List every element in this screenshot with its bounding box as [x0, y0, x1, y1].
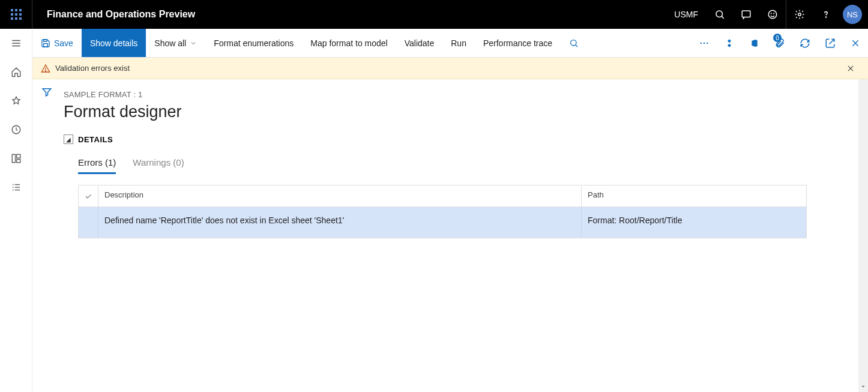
close-icon[interactable]: [843, 29, 868, 57]
hamburger-icon[interactable]: [0, 29, 32, 58]
page-title: Format designer: [64, 103, 856, 121]
recent-icon[interactable]: [0, 115, 32, 144]
grid-row[interactable]: Defined name 'ReportTitle' does not exis…: [79, 207, 806, 238]
row-checkbox[interactable]: [79, 207, 98, 238]
details-label: DETAILS: [78, 135, 113, 144]
company-code[interactable]: USMF: [666, 10, 707, 19]
svg-rect-0: [11, 9, 13, 11]
select-all-checkbox[interactable]: [79, 185, 98, 207]
refresh-icon[interactable]: [792, 29, 818, 57]
validate-button[interactable]: Validate: [396, 29, 443, 57]
column-header-description[interactable]: Description: [98, 185, 582, 207]
svg-rect-1: [15, 9, 17, 11]
save-button[interactable]: Save: [32, 29, 82, 57]
modules-icon[interactable]: [0, 173, 32, 202]
svg-rect-11: [742, 11, 750, 17]
svg-rect-5: [19, 13, 22, 16]
run-button[interactable]: Run: [442, 29, 475, 57]
column-header-path[interactable]: Path: [582, 185, 806, 207]
svg-rect-23: [16, 160, 20, 163]
svg-point-32: [571, 40, 576, 45]
svg-point-40: [45, 70, 46, 71]
svg-point-13: [771, 13, 771, 14]
favorites-icon[interactable]: [0, 86, 32, 115]
attachments-icon[interactable]: 0: [767, 29, 792, 57]
svg-rect-3: [11, 13, 13, 16]
svg-rect-31: [44, 43, 48, 46]
cell-description: Defined name 'ReportTitle' does not exis…: [98, 207, 582, 238]
errors-grid: Description Path Defined name 'ReportTit…: [78, 185, 807, 238]
popout-icon[interactable]: [818, 29, 843, 57]
validation-notification: Validation errors exist: [32, 58, 868, 79]
scroll-down-icon[interactable]: [858, 381, 868, 392]
svg-point-14: [774, 13, 774, 14]
svg-point-15: [798, 13, 801, 16]
breadcrumb: SAMPLE FORMAT : 1: [64, 90, 856, 99]
save-label: Save: [54, 38, 73, 48]
svg-rect-7: [15, 17, 17, 20]
svg-rect-2: [19, 9, 22, 11]
vertical-scrollbar[interactable]: [858, 79, 868, 392]
app-title: Finance and Operations Preview: [32, 9, 195, 20]
filter-pane: [32, 79, 61, 392]
svg-rect-4: [15, 13, 17, 16]
settings-icon[interactable]: [786, 0, 813, 29]
svg-line-33: [576, 45, 577, 47]
left-nav-rail: [0, 29, 32, 392]
workspaces-icon[interactable]: [0, 144, 32, 173]
show-all-button[interactable]: Show all: [146, 29, 205, 57]
office-icon[interactable]: [742, 29, 767, 57]
feedback-icon[interactable]: [759, 0, 786, 29]
related-icon[interactable]: [717, 29, 742, 57]
warning-icon: [41, 64, 50, 73]
svg-rect-6: [11, 17, 13, 20]
show-details-button[interactable]: Show details: [82, 29, 146, 57]
grid-header: Description Path: [79, 185, 806, 207]
app-launcher-icon[interactable]: [0, 0, 32, 29]
map-format-to-model-button[interactable]: Map format to model: [302, 29, 396, 57]
global-header: Finance and Operations Preview USMF NS: [0, 0, 868, 29]
cell-path: Format: Root/Report/Title: [582, 207, 806, 238]
svg-point-35: [704, 42, 705, 43]
close-notification-icon[interactable]: [842, 62, 860, 75]
svg-rect-8: [19, 17, 22, 20]
search-icon[interactable]: [707, 0, 733, 29]
help-icon[interactable]: [813, 0, 839, 29]
user-avatar[interactable]: NS: [843, 5, 862, 24]
svg-rect-30: [44, 40, 47, 41]
home-icon[interactable]: [0, 58, 32, 86]
chevron-down-icon: [190, 40, 197, 47]
tab-errors[interactable]: Errors (1): [78, 157, 116, 174]
svg-rect-21: [12, 154, 15, 163]
svg-point-34: [701, 42, 702, 43]
svg-point-16: [825, 17, 826, 17]
svg-point-9: [716, 11, 723, 17]
toolbar-search-icon[interactable]: [561, 29, 587, 57]
filter-icon[interactable]: [41, 86, 52, 392]
svg-point-36: [707, 42, 708, 43]
notification-text: Validation errors exist: [55, 64, 130, 73]
action-toolbar: Save Show details Show all Format enumer…: [32, 29, 868, 58]
details-section-toggle[interactable]: ◢ DETAILS: [64, 134, 856, 144]
svg-rect-22: [16, 154, 20, 158]
more-actions-icon[interactable]: [692, 29, 717, 57]
collapse-icon: ◢: [64, 134, 73, 144]
svg-point-12: [768, 10, 777, 19]
performance-trace-button[interactable]: Performance trace: [475, 29, 561, 57]
svg-line-10: [722, 16, 723, 18]
messages-icon[interactable]: [733, 0, 759, 29]
format-enumerations-button[interactable]: Format enumerations: [205, 29, 302, 57]
attachments-badge: 0: [773, 34, 782, 42]
tab-warnings[interactable]: Warnings (0): [133, 157, 184, 174]
details-tabs: Errors (1) Warnings (0): [64, 157, 856, 174]
content-main: SAMPLE FORMAT : 1 Format designer ◢ DETA…: [61, 79, 868, 392]
